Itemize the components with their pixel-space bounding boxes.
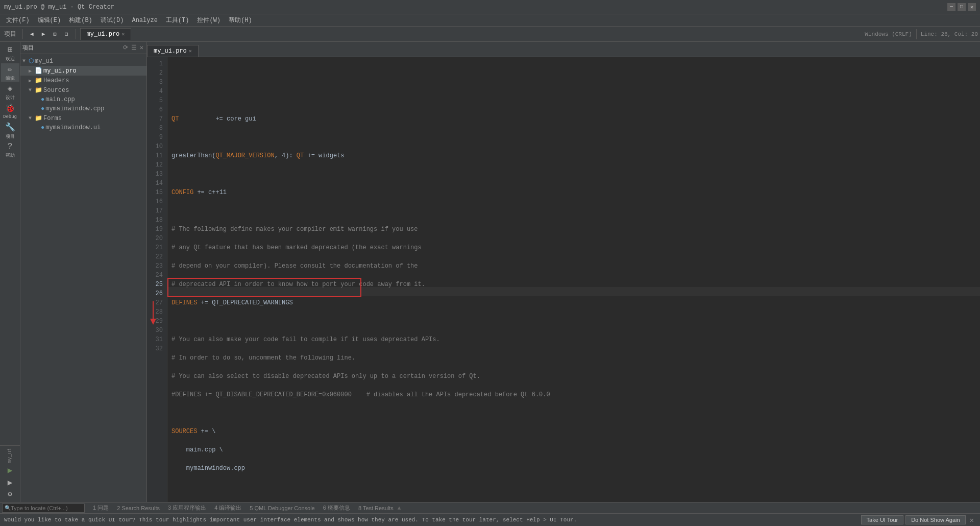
tree-item-headers[interactable]: ▶ 📁 Headers	[20, 76, 146, 85]
pro-label: my_ui.pro	[43, 67, 77, 75]
main-area: ⊞ 欢迎 ✏ 编辑 ◈ 设计 🐞 Debug 🔧 项目 ? 帮助	[0, 42, 980, 502]
editor-tabs: my_ui.pro ✕	[147, 42, 980, 57]
welcome-label: 欢迎	[6, 56, 15, 62]
tree-item-pro[interactable]: ▶ 📄 my_ui.pro	[20, 66, 146, 76]
menu-analyze[interactable]: Analyze	[128, 16, 161, 25]
sidebar-item-debug[interactable]: 🐞 Debug	[1, 102, 19, 121]
tab-compile-output[interactable]: 4 编译输出	[210, 503, 246, 513]
line-ending: Windows (CRLF)	[865, 31, 912, 37]
tree-item-forms[interactable]: ▼ 📁 Forms	[20, 113, 146, 123]
build-button[interactable]: ⚙	[8, 490, 12, 498]
menu-controls[interactable]: 控件(W)	[193, 15, 225, 26]
debug-run-button[interactable]: ▶	[8, 477, 13, 488]
bottom-section: 🔍 1 问题 2 Search Results 3 应用程序输出 4 编译输出 …	[0, 502, 980, 526]
menu-file[interactable]: 文件(F)	[2, 15, 34, 26]
code-line-14: # In order to do so, uncomment the follo…	[172, 353, 976, 363]
tab-app-output[interactable]: 3 应用程序输出	[164, 503, 210, 513]
code-content[interactable]: 1 2 3 4 5 6 7 8 9 10 11 12 13 14 15 16 1	[147, 57, 980, 502]
notification-text: Would you like to take a quick UI tour? …	[4, 517, 861, 523]
nav-split[interactable]: ⊞	[50, 30, 60, 38]
close-button[interactable]: ✕	[968, 3, 976, 11]
maincpp-icon: ●	[41, 96, 44, 103]
code-line-15: # You can also select to disable depreca…	[172, 372, 976, 381]
do-not-show-button[interactable]: Do Not Show Again	[905, 515, 965, 524]
code-line-21	[172, 482, 976, 491]
code-line-7: # The following define makes your compil…	[172, 225, 976, 234]
more-tabs-icon[interactable]: ▲	[398, 505, 401, 511]
tab-qml-debugger[interactable]: 5 QML Debugger Console	[246, 504, 318, 512]
code-line-1: QT += core gui	[172, 114, 976, 124]
panel-icon-close[interactable]: ✕	[139, 43, 144, 52]
design-icon: ◈	[8, 83, 13, 93]
take-tour-button[interactable]: Take UI Tour	[861, 515, 904, 524]
tree-item-windowui[interactable]: ● mymainwindow.ui	[20, 123, 146, 132]
project-icon: 🔧	[5, 122, 15, 132]
menu-build[interactable]: 构建(B)	[65, 15, 96, 26]
nav-extra[interactable]: ⊟	[62, 30, 71, 38]
sidebar-item-project[interactable]: 🔧 项目	[1, 122, 19, 140]
edit-label: 编辑	[6, 75, 15, 82]
design-label: 设计	[6, 94, 15, 101]
minimize-button[interactable]: ─	[947, 3, 955, 11]
code-line-13: # You can also make your code fail to co…	[172, 335, 976, 344]
run-button[interactable]: ▶	[8, 465, 13, 475]
cursor-position: Line: 26, Col: 20	[921, 31, 978, 37]
code-line-12	[172, 317, 976, 326]
my-ui-label[interactable]: my_ui	[7, 448, 13, 463]
windowcpp-icon: ●	[41, 105, 44, 112]
menu-tools[interactable]: 工具(T)	[162, 15, 193, 26]
editor-tab-pro[interactable]: my_ui.pro ✕	[147, 45, 199, 57]
maximize-button[interactable]: □	[958, 3, 966, 11]
panel-title: 项目	[22, 44, 34, 52]
toolbar-separator2	[76, 29, 76, 39]
panel-icon-sync[interactable]: ⟳	[122, 43, 129, 52]
code-line-18: SOURCES += \	[172, 427, 976, 436]
sidebar-item-design[interactable]: ◈ 设计	[1, 83, 19, 101]
code-line-20: mymainwindow.cpp	[172, 464, 976, 473]
code-line-5: CONFIG += c++11	[172, 188, 976, 197]
project-tree: ▼ ⬡ my_ui ▶ 📄 my_ui.pro ▶ 📁 Headers	[20, 54, 146, 502]
sidebar-item-edit[interactable]: ✏ 编辑	[1, 63, 19, 82]
sep3	[916, 29, 917, 39]
tab-summary[interactable]: 6 概要信息	[319, 503, 354, 513]
search-icon: 🔍	[5, 505, 11, 511]
notification-close[interactable]: ✕	[968, 516, 976, 524]
debug-label: Debug	[3, 114, 17, 119]
tab-problems[interactable]: 1 问题	[89, 503, 113, 513]
menu-edit[interactable]: 编辑(E)	[34, 15, 65, 26]
arrow-pro: ▶	[29, 68, 35, 74]
project-panel: 项目 ⟳ ☰ ✕ ▼ ⬡ my_ui ▶	[20, 42, 147, 502]
nav-forward[interactable]: ▶	[39, 30, 48, 38]
editor-tab-label: my_ui.pro	[154, 47, 187, 55]
panel-icon-filter[interactable]: ☰	[130, 43, 138, 52]
windowui-label: mymainwindow.ui	[45, 124, 101, 131]
menu-help[interactable]: 帮助(H)	[225, 15, 256, 26]
tab-close[interactable]: ✕	[121, 31, 125, 37]
code-line-11: DEFINES += QT_DEPRECATED_WARNINGS	[172, 298, 976, 307]
sidebar-item-help[interactable]: ? 帮助	[1, 141, 19, 159]
locate-input[interactable]	[11, 505, 82, 511]
code-line-17	[172, 409, 976, 418]
tree-item-root[interactable]: ▼ ⬡ my_ui	[20, 56, 146, 66]
menu-debug[interactable]: 调试(D)	[96, 15, 128, 26]
maincpp-label: main.cpp	[45, 96, 75, 103]
tab-search-results[interactable]: 2 Search Results	[113, 504, 164, 512]
headers-icon: 📁	[35, 77, 42, 84]
editor-tab-close[interactable]: ✕	[189, 48, 192, 54]
pro-icon: 📄	[35, 67, 42, 75]
arrow-sources: ▼	[29, 87, 35, 93]
tree-item-maincpp[interactable]: ● main.cpp	[20, 95, 146, 104]
nav-back[interactable]: ◀	[27, 30, 37, 38]
welcome-icon: ⊞	[8, 44, 13, 55]
tree-item-sources[interactable]: ▼ 📁 Sources	[20, 85, 146, 95]
tree-item-windowcpp[interactable]: ● mymainwindow.cpp	[20, 104, 146, 113]
code-text[interactable]: QT += core gui greaterThan(QT_MAJOR_VERS…	[167, 57, 980, 502]
tab-my-ui-pro[interactable]: my_ui.pro ✕	[80, 28, 132, 40]
arrow-forms: ▼	[29, 115, 35, 121]
tab-test-results[interactable]: 8 Test Results	[354, 504, 398, 512]
sidebar-item-welcome[interactable]: ⊞ 欢迎	[1, 44, 19, 62]
debug-icon: 🐞	[5, 103, 15, 113]
windowui-icon: ●	[41, 124, 44, 131]
tab-bar: my_ui.pro ✕	[80, 27, 132, 42]
left-sidebar: ⊞ 欢迎 ✏ 编辑 ◈ 设计 🐞 Debug 🔧 项目 ? 帮助	[0, 42, 20, 502]
